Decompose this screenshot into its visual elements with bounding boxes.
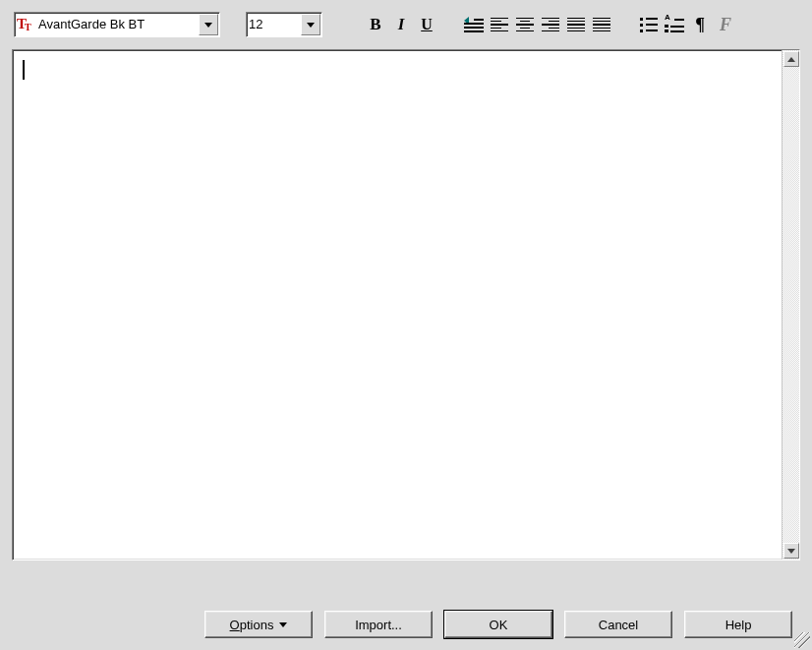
bullet-list-icon [640,18,658,32]
help-button[interactable]: Help [684,611,792,638]
font-family-combo[interactable]: TT AvantGarde Bk BT [14,12,220,37]
scroll-up-button[interactable] [783,51,799,67]
font-format-icon: F [720,15,731,35]
bullet-list-button[interactable] [637,13,661,36]
truetype-icon: TT [15,18,36,31]
scroll-down-button[interactable] [783,543,799,559]
numbered-list-icon [665,17,684,32]
force-justify-icon [593,18,610,31]
list-group: ¶ F [637,13,737,36]
options-button[interactable]: Options [204,611,313,638]
font-size-combo[interactable]: 12 [246,12,322,37]
cancel-label: Cancel [599,618,638,632]
font-family-dropdown-arrow[interactable] [199,14,218,35]
options-label-rest: ptions [240,618,274,632]
formatting-toolbar: TT AvantGarde Bk BT 12 B I U [0,0,812,43]
underline-icon: U [421,16,433,33]
font-family-value: AvantGarde Bk BT [36,13,198,36]
dialog-button-row: Options Import... OK Cancel Help [204,611,792,638]
italic-icon: I [398,15,405,34]
align-right-button[interactable] [539,13,562,36]
alignment-group [462,13,613,36]
ok-label: OK [490,618,508,632]
font-format-button[interactable]: F [714,13,737,36]
text-editor-container [12,49,800,561]
show-codes-button[interactable]: ¶ [688,13,712,36]
italic-button[interactable]: I [389,13,413,36]
no-wrap-icon [464,17,484,32]
ok-button[interactable]: OK [444,611,552,638]
align-left-icon [491,18,508,31]
align-center-icon [516,18,534,31]
import-button[interactable]: Import... [324,611,433,638]
text-editor[interactable] [13,50,782,560]
text-caret [23,60,25,80]
justify-icon [567,18,585,31]
help-label: Help [725,618,752,632]
bold-icon: B [370,15,380,34]
chevron-up-icon [787,57,795,62]
align-right-icon [542,18,559,31]
align-left-button[interactable] [488,13,511,36]
force-justify-button[interactable] [590,13,613,36]
resize-grip[interactable] [794,632,810,648]
no-wrap-button[interactable] [462,13,486,36]
bold-button[interactable]: B [364,13,387,36]
pilcrow-icon: ¶ [695,15,705,35]
numbered-list-button[interactable] [663,13,686,36]
font-size-dropdown-arrow[interactable] [301,14,320,35]
vertical-scrollbar[interactable] [782,50,799,560]
cancel-button[interactable]: Cancel [564,611,672,638]
import-label: Import... [355,618,402,632]
underline-button[interactable]: U [415,13,438,36]
font-style-group: B I U [364,13,438,36]
chevron-down-icon [787,549,795,554]
align-center-button[interactable] [513,13,537,36]
dropdown-arrow-icon [279,622,287,627]
font-size-value: 12 [247,13,300,36]
justify-button[interactable] [564,13,588,36]
